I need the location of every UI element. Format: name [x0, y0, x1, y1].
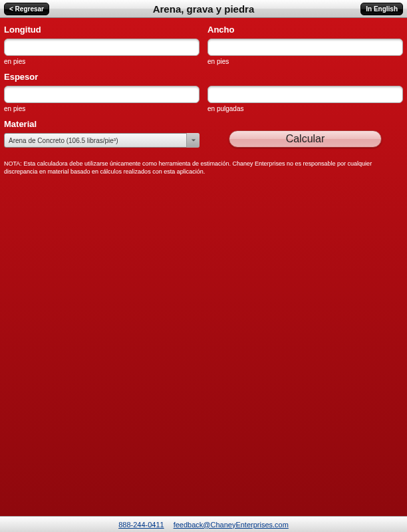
field-espesor: Espesor en pies: [4, 72, 200, 112]
field-ancho: Ancho en pies: [207, 25, 403, 65]
longitud-label: Longitud: [4, 25, 200, 35]
header-bar: < Regresar Arena, grava y piedra In Engl…: [0, 0, 407, 18]
ancho-input[interactable]: [207, 39, 403, 56]
page-title: Arena, grava y piedra: [0, 3, 407, 15]
material-label: Material: [4, 119, 200, 129]
footer-phone-link[interactable]: 888-244-0411: [118, 521, 164, 529]
calculate-button[interactable]: Calcular: [229, 130, 382, 148]
field-extra: en pulgadas: [207, 72, 403, 112]
back-button[interactable]: < Regresar: [4, 3, 49, 15]
field-material: Material Arena de Concreto (106.5 libras…: [4, 119, 200, 148]
espesor-label: Espesor: [4, 72, 200, 82]
extra-hint: en pulgadas: [207, 105, 403, 112]
footer-email-link[interactable]: feedback@ChaneyEnterprises.com: [174, 521, 289, 529]
longitud-hint: en pies: [4, 58, 200, 65]
footer-bar: 888-244-0411 feedback@ChaneyEnterprises.…: [0, 516, 407, 532]
longitud-input[interactable]: [4, 39, 200, 56]
calculate-area: Calcular: [207, 129, 403, 148]
material-select[interactable]: Arena de Concreto (106.5 libras/pie³): [4, 133, 200, 148]
main-content: Longitud en pies Ancho en pies Espesor e…: [0, 18, 407, 516]
extra-input[interactable]: [207, 86, 403, 103]
ancho-hint: en pies: [207, 58, 403, 65]
espesor-input[interactable]: [4, 86, 200, 103]
espesor-hint: en pies: [4, 105, 200, 112]
language-toggle-button[interactable]: In English: [360, 3, 403, 15]
disclaimer-note: NOTA: Esta calculadora debe utilizarse ú…: [4, 160, 403, 176]
field-longitud: Longitud en pies: [4, 25, 200, 65]
ancho-label: Ancho: [207, 25, 403, 35]
extra-label: [207, 72, 403, 82]
